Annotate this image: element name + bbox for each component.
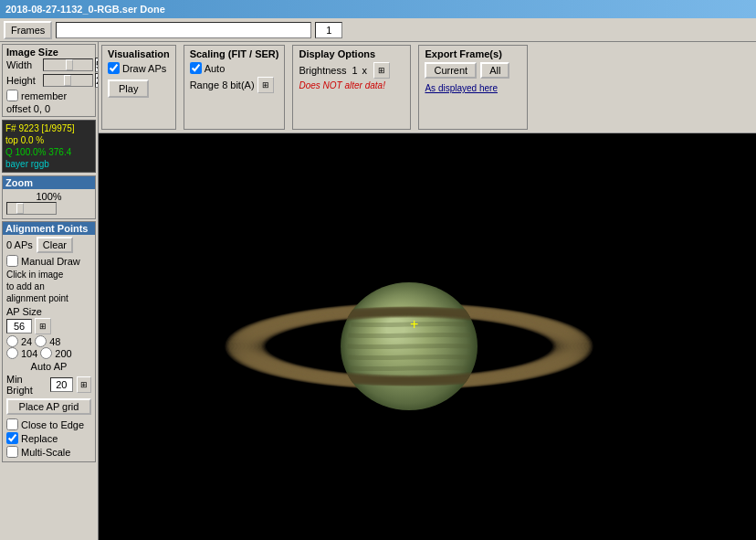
width-label: Width bbox=[6, 59, 41, 70]
manual-draw-row: Manual Draw bbox=[6, 255, 91, 267]
height-row: Height 296 bbox=[6, 73, 91, 88]
auto-ap-label: Auto AP bbox=[6, 361, 91, 372]
zoom-section: Zoom 100% bbox=[2, 175, 96, 219]
radio-104[interactable] bbox=[6, 347, 18, 359]
auto-label: Auto bbox=[205, 63, 226, 74]
click-info-3: alignment point bbox=[6, 292, 91, 304]
height-slider[interactable] bbox=[43, 74, 93, 87]
height-label: Height bbox=[6, 75, 41, 86]
frames-button[interactable]: Frames bbox=[4, 21, 52, 39]
radio-row-1: 24 48 bbox=[6, 335, 91, 347]
zoom-percent: 100% bbox=[6, 191, 91, 202]
info-line1: F# 9223 [1/9975] bbox=[5, 122, 92, 134]
replace-label: Replace bbox=[21, 433, 58, 444]
info-area: F# 9223 [1/9975] top 0.0 % Q 100.0% 376.… bbox=[2, 120, 96, 173]
remember-row: remember bbox=[6, 90, 91, 101]
title-bar: 2018-08-27-1132_0-RGB.ser Done bbox=[0, 0, 756, 18]
saturn-canvas bbox=[185, 200, 669, 474]
replace-checkbox[interactable] bbox=[6, 432, 18, 444]
top-controls: Visualisation Draw APs Play Scaling (FIT… bbox=[99, 42, 756, 133]
multi-scale-checkbox[interactable] bbox=[6, 446, 18, 458]
manual-draw-label: Manual Draw bbox=[21, 256, 80, 267]
scaling-title: Scaling (FIT / SER) bbox=[190, 48, 279, 59]
remember-label: remember bbox=[21, 90, 67, 101]
brightness-row: Brightness 1 x ⊞ bbox=[299, 62, 404, 79]
brightness-icon-btn[interactable]: ⊞ bbox=[373, 62, 390, 79]
offset-label: offset bbox=[6, 103, 31, 114]
brightness-value: 1 bbox=[352, 65, 357, 76]
radio-200[interactable] bbox=[40, 347, 52, 359]
ap-size-value: 56 bbox=[6, 319, 32, 334]
as-displayed-link[interactable]: As displayed here bbox=[425, 83, 498, 93]
aps-row: 0 APs Clear bbox=[6, 237, 91, 253]
offset-value: 0, 0 bbox=[34, 103, 50, 114]
display-options-box: Display Options Brightness 1 x ⊞ Does NO… bbox=[292, 45, 411, 130]
image-size-title: Image Size bbox=[6, 47, 91, 58]
zoom-title: Zoom bbox=[3, 176, 95, 189]
ap-size-label: AP Size bbox=[6, 306, 91, 317]
min-bright-row: Min Bright 20 ⊞ bbox=[6, 374, 91, 396]
main-area: Visualisation Draw APs Play Scaling (FIT… bbox=[99, 42, 756, 540]
image-area[interactable]: + bbox=[99, 133, 756, 540]
min-bright-label: Min Bright bbox=[6, 374, 47, 396]
replace-row: Replace bbox=[6, 432, 91, 444]
close-to-edge-checkbox[interactable] bbox=[6, 418, 18, 430]
auto-row: Auto bbox=[190, 62, 279, 74]
info-line2: top 0.0 % bbox=[5, 134, 92, 146]
radio-104-label: 104 bbox=[21, 348, 37, 359]
range-label: Range 8 bit(A) bbox=[190, 79, 255, 90]
scaling-icon-btn[interactable]: ⊞ bbox=[257, 77, 274, 93]
play-button[interactable]: Play bbox=[108, 79, 149, 98]
radio-48-label: 48 bbox=[49, 336, 60, 347]
click-info-1: Click in image bbox=[6, 269, 91, 281]
manual-draw-checkbox[interactable] bbox=[6, 255, 18, 267]
width-slider[interactable] bbox=[43, 58, 93, 71]
content-area: Image Size Width 528 Height 296 remember… bbox=[0, 42, 756, 540]
close-edge-row: Close to Edge bbox=[6, 418, 91, 430]
vis-title: Visualisation bbox=[108, 48, 170, 59]
export-frames-box: Export Frame(s) Current All As displayed… bbox=[418, 45, 528, 130]
offset-row: offset 0, 0 bbox=[6, 103, 91, 114]
radio-200-label: 200 bbox=[55, 348, 71, 359]
multi-scale-label: Multi-Scale bbox=[21, 447, 70, 458]
radio-24[interactable] bbox=[6, 335, 18, 347]
radio-24-label: 24 bbox=[21, 336, 32, 347]
info-line3: Q 100.0% 376.4 bbox=[5, 146, 92, 158]
ap-title: Alignment Points bbox=[3, 222, 95, 235]
ap-size-row: 56 ⊞ bbox=[6, 318, 91, 334]
not-alter-label: Does NOT alter data! bbox=[299, 80, 404, 90]
click-info: Click in image to add an alignment point bbox=[6, 269, 91, 304]
image-size-panel: Image Size Width 528 Height 296 remember… bbox=[2, 44, 96, 117]
aps-count: 0 APs bbox=[6, 239, 33, 250]
current-button[interactable]: Current bbox=[425, 62, 477, 79]
multi-scale-row: Multi-Scale bbox=[6, 446, 91, 458]
frame-number-input[interactable] bbox=[315, 22, 342, 38]
brightness-label: Brightness bbox=[299, 65, 346, 76]
draw-aps-checkbox[interactable] bbox=[108, 62, 120, 74]
min-bright-value: 20 bbox=[50, 377, 73, 392]
left-panel: Image Size Width 528 Height 296 remember… bbox=[0, 42, 99, 540]
zoom-slider[interactable] bbox=[6, 202, 57, 215]
remember-checkbox[interactable] bbox=[6, 90, 18, 101]
close-to-edge-label: Close to Edge bbox=[21, 419, 84, 430]
radio-row-2: 104 200 bbox=[6, 347, 91, 359]
export-title: Export Frame(s) bbox=[425, 48, 521, 59]
place-ap-button[interactable]: Place AP grid bbox=[6, 398, 91, 415]
title-text: 2018-08-27-1132_0-RGB.ser Done bbox=[5, 4, 165, 15]
display-title: Display Options bbox=[299, 48, 404, 59]
clear-button[interactable]: Clear bbox=[37, 237, 73, 253]
brightness-unit: x bbox=[362, 65, 368, 76]
auto-checkbox[interactable] bbox=[190, 62, 202, 74]
ap-size-icon-btn[interactable]: ⊞ bbox=[35, 318, 51, 334]
alignment-points-section: Alignment Points 0 APs Clear Manual Draw… bbox=[2, 221, 96, 462]
info-line4: bayer rggb bbox=[5, 158, 92, 170]
width-row: Width 528 bbox=[6, 58, 91, 72]
min-bright-icon-btn[interactable]: ⊞ bbox=[77, 376, 91, 393]
visualisation-box: Visualisation Draw APs Play bbox=[101, 45, 176, 130]
all-button[interactable]: All bbox=[480, 62, 509, 79]
frames-input[interactable] bbox=[56, 22, 311, 38]
click-info-2: to add an bbox=[6, 281, 91, 292]
scaling-box: Scaling (FIT / SER) Auto Range 8 bit(A) … bbox=[184, 45, 286, 130]
radio-48[interactable] bbox=[35, 335, 47, 347]
draw-aps-label: Draw APs bbox=[122, 63, 166, 74]
